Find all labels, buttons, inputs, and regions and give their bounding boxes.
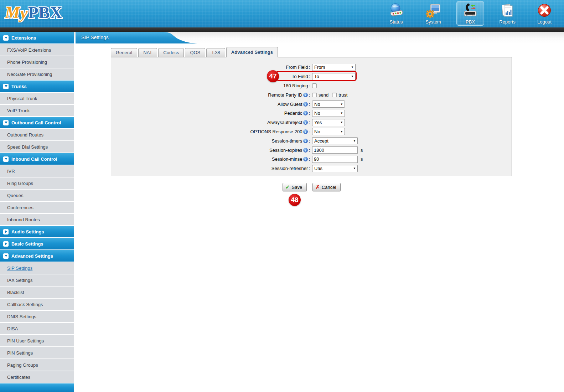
sidebar-item-disa[interactable]: DISA bbox=[0, 323, 74, 334]
to-field-select[interactable]: To▼ bbox=[312, 73, 356, 80]
page-title: SIP Settings bbox=[81, 32, 109, 43]
sidebar-section-outbound-call-control[interactable]: Outbound Call Control bbox=[0, 117, 74, 128]
sidebar-section-label: Extensions bbox=[11, 35, 36, 41]
field-label: Alwaysauthrejecti: bbox=[111, 120, 310, 125]
content-area: SIP Settings GeneralNATCodecsQOST.38Adva… bbox=[74, 32, 564, 392]
alwaysauthreject-select[interactable]: Yes▼ bbox=[312, 119, 345, 126]
info-icon[interactable]: i bbox=[303, 120, 308, 125]
nav-item-reports[interactable]: Reports bbox=[493, 1, 521, 26]
tab-advanced-settings[interactable]: Advanced Settings bbox=[226, 47, 278, 57]
field-label: 180 Ringing: bbox=[111, 83, 310, 88]
chevron-right-icon bbox=[3, 241, 9, 247]
sidebar-section-partial[interactable] bbox=[0, 383, 74, 392]
180-ringing-checkbox[interactable] bbox=[312, 83, 317, 88]
sidebar-section-label: Audio Settings bbox=[11, 229, 44, 234]
cancel-button[interactable]: ✗Cancel bbox=[312, 183, 341, 191]
info-icon[interactable]: i bbox=[303, 111, 308, 115]
sidebar-item-pin-settings[interactable]: PIN Settings bbox=[0, 347, 74, 359]
sidebar-item-ivr[interactable]: IVR bbox=[0, 165, 74, 177]
sidebar-item-fxs-voip-extensions[interactable]: FXS/VoIP Extensions bbox=[0, 44, 74, 56]
sidebar-item-speed-dial-settings[interactable]: Speed Dial Settings bbox=[0, 141, 74, 153]
session-expires-input[interactable] bbox=[312, 146, 358, 154]
sidebar-item-callback-settings[interactable]: Callback Settings bbox=[0, 299, 74, 310]
select-value: From bbox=[314, 65, 325, 70]
chevron-down-icon: ▼ bbox=[340, 121, 343, 124]
form-actions: ✓Save ✗Cancel bbox=[283, 183, 341, 191]
nav-item-status[interactable]: Status bbox=[382, 1, 410, 26]
alwaysauthreject-row: Alwaysauthrejecti:Yes▼ bbox=[111, 118, 512, 127]
sidebar-item-label: PIN Settings bbox=[7, 350, 33, 356]
sidebar-item-iax-settings[interactable]: IAX Settings bbox=[0, 274, 74, 286]
sidebar-section-trunks[interactable]: Trunks bbox=[0, 81, 74, 92]
sidebar-item-label: Queues bbox=[7, 193, 24, 198]
pedantic-select[interactable]: No▼ bbox=[312, 110, 345, 117]
chevron-down-icon bbox=[3, 156, 9, 162]
info-icon[interactable]: i bbox=[303, 93, 308, 97]
info-icon[interactable]: i bbox=[303, 102, 308, 107]
field-label-text: To Field bbox=[292, 74, 308, 79]
from-field-select[interactable]: From▼ bbox=[312, 64, 356, 71]
save-button[interactable]: ✓Save bbox=[283, 183, 307, 191]
info-icon[interactable]: i bbox=[303, 157, 308, 161]
allow-guest-select[interactable]: No▼ bbox=[312, 100, 345, 108]
sidebar-section-advanced-settings[interactable]: Advanced Settings bbox=[0, 250, 74, 262]
sidebar-section-inbound-call-control[interactable]: Inbound Call Control bbox=[0, 153, 74, 165]
nav-item-pbx[interactable]: PBX bbox=[456, 1, 484, 26]
field-label: Session-timersi: bbox=[111, 138, 310, 144]
sidebar-item-certificates[interactable]: Certificates bbox=[0, 371, 74, 383]
info-icon[interactable]: i bbox=[303, 129, 308, 134]
sidebar-item-phone-provisioning[interactable]: Phone Provisioning bbox=[0, 56, 74, 68]
sidebar-item-sip-settings[interactable]: SIP Settings bbox=[0, 262, 74, 274]
sidebar-item-queues[interactable]: Queues bbox=[0, 190, 74, 201]
nav-item-system[interactable]: System bbox=[419, 1, 447, 26]
sidebar-item-voip-trunk[interactable]: VoIP Trunk bbox=[0, 105, 74, 116]
tab-nat[interactable]: NAT bbox=[138, 48, 157, 57]
sidebar-item-inbound-routes[interactable]: Inbound Routes bbox=[0, 214, 74, 225]
advanced-settings-form: From Field:From▼To Field:To▼180 Ringing:… bbox=[111, 57, 512, 173]
sidebar-item-label: PIN User Settings bbox=[7, 338, 44, 344]
tab-t-38[interactable]: T.38 bbox=[206, 48, 225, 57]
select-value: No bbox=[314, 110, 320, 116]
sidebar-item-outbound-routes[interactable]: Outbound Routes bbox=[0, 129, 74, 140]
chevron-down-icon: ▼ bbox=[353, 139, 356, 143]
tab-codecs[interactable]: Codecs bbox=[158, 48, 184, 57]
nav-item-logout[interactable]: Logout bbox=[531, 1, 558, 26]
logout-icon bbox=[536, 3, 553, 19]
sidebar-section-basic-settings[interactable]: Basic Settings bbox=[0, 238, 74, 249]
sidebar-section-audio-settings[interactable]: Audio Settings bbox=[0, 226, 74, 237]
app-logo: MyPBX bbox=[5, 1, 63, 24]
sidebar-item-physical-trunk[interactable]: Physical Trunk bbox=[0, 93, 74, 104]
sidebar-section-extensions[interactable]: Extensions bbox=[0, 32, 74, 43]
session-minse-input[interactable] bbox=[312, 156, 358, 163]
field-label: Session-refresher: bbox=[111, 166, 310, 171]
session-refresher-select[interactable]: Uas▼ bbox=[312, 165, 358, 172]
info-icon[interactable]: i bbox=[303, 139, 308, 143]
info-icon[interactable]: i bbox=[303, 148, 308, 153]
check-icon: ✓ bbox=[285, 184, 290, 190]
checkbox-label-send: send bbox=[319, 92, 328, 98]
sidebar-item-neogate-provisioning[interactable]: NeoGate Provisioning bbox=[0, 68, 74, 80]
logo-my: My bbox=[5, 3, 28, 22]
sidebar-item-blacklist[interactable]: Blacklist bbox=[0, 287, 74, 298]
sidebar-item-label: Blacklist bbox=[7, 290, 24, 295]
chevron-down-icon: ▼ bbox=[340, 103, 343, 106]
sidebar-item-dnis-settings[interactable]: DNIS Settings bbox=[0, 311, 74, 322]
field-label-text: Session-expires bbox=[269, 148, 302, 153]
options-response-200-select[interactable]: No▼ bbox=[312, 128, 345, 135]
sidebar-item-label: Phone Provisioning bbox=[7, 60, 47, 65]
sidebar-item-conferences[interactable]: Conferences bbox=[0, 202, 74, 213]
sidebar-item-ring-groups[interactable]: Ring Groups bbox=[0, 177, 74, 189]
nav-label-system: System bbox=[425, 19, 441, 25]
tab-general[interactable]: General bbox=[111, 48, 137, 57]
sidebar-item-label: Ring Groups bbox=[7, 181, 33, 186]
session-timers-select[interactable]: Accept▼ bbox=[312, 137, 358, 144]
sidebar-item-pin-user-settings[interactable]: PIN User Settings bbox=[0, 335, 74, 346]
field-label: Remote Party IDi: bbox=[111, 92, 310, 98]
trust-checkbox[interactable] bbox=[332, 93, 337, 97]
nav-label-reports: Reports bbox=[499, 19, 516, 25]
tab-qos[interactable]: QOS bbox=[185, 48, 205, 57]
sidebar-item-paging-groups[interactable]: Paging Groups bbox=[0, 359, 74, 371]
send-checkbox[interactable] bbox=[312, 93, 317, 97]
chevron-down-icon: ▼ bbox=[353, 167, 356, 170]
field-label-text: Session-minse bbox=[272, 156, 302, 162]
